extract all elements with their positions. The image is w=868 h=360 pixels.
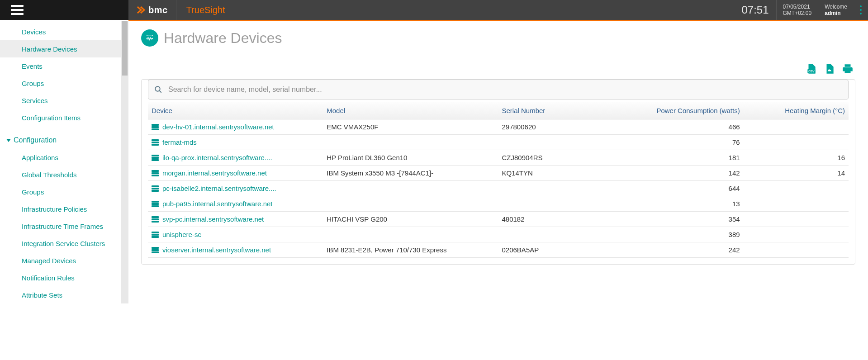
device-link[interactable]: pub-pa95.internal.sentrysoftware.net: [152, 200, 319, 208]
sidebar-item-notification-rules[interactable]: Notification Rules: [0, 269, 121, 286]
welcome-label: Welcome: [825, 4, 847, 10]
svg-line-4: [159, 90, 161, 93]
header-menu-button[interactable]: [854, 0, 868, 20]
scrollbar-thumb[interactable]: [122, 21, 128, 76]
cell-power: 466: [617, 119, 744, 135]
sidebar-scrollbar[interactable]: [121, 21, 128, 303]
svg-rect-25: [152, 221, 159, 223]
sidebar-item-groups[interactable]: Groups: [0, 75, 121, 92]
svg-rect-20: [152, 201, 159, 203]
cell-heat: [744, 212, 849, 227]
vertical-dots-icon: [860, 5, 862, 14]
svg-rect-12: [152, 157, 159, 159]
bmc-chevron-icon: [137, 5, 146, 14]
svg-rect-19: [152, 190, 159, 192]
sidebar-item-attribute-sets[interactable]: Attribute Sets: [0, 286, 121, 303]
print-icon[interactable]: [842, 63, 854, 75]
devices-table: Device Model Serial Number Power Consump…: [148, 102, 849, 258]
search-input[interactable]: [148, 80, 849, 99]
cell-serial: [498, 196, 617, 212]
cell-heat: [744, 242, 849, 258]
device-link[interactable]: pc-isabelle2.internal.sentrysoftware....: [152, 185, 319, 192]
caret-down-icon: [6, 139, 11, 142]
device-link[interactable]: unisphere-sc: [152, 231, 319, 238]
header-welcome[interactable]: Welcome admin: [818, 0, 854, 20]
col-model[interactable]: Model: [323, 102, 498, 119]
svg-rect-10: [152, 144, 159, 146]
product-name[interactable]: TrueSight: [176, 0, 235, 20]
device-link[interactable]: ilo-qa-prox.internal.sentrysoftware....: [152, 154, 319, 161]
svg-rect-13: [152, 159, 159, 161]
svg-rect-28: [152, 236, 159, 238]
cell-power: 389: [617, 227, 744, 242]
sidebar-item-services[interactable]: Services: [0, 92, 121, 109]
sidebar-item-managed-devices[interactable]: Managed Devices: [0, 252, 121, 269]
sidebar-item-devices[interactable]: Devices: [0, 23, 121, 40]
sidebar-item-configuration-items[interactable]: Configuration Items: [0, 109, 121, 126]
cell-power: 354: [617, 212, 744, 227]
sidebar-item-hardware-devices[interactable]: Hardware Devices: [0, 40, 121, 57]
svg-rect-6: [152, 126, 159, 128]
sidebar-item-events[interactable]: Events: [0, 57, 121, 75]
device-name: svp-pc.internal.sentrysoftware.net: [162, 215, 264, 223]
server-icon: [152, 232, 159, 238]
cell-heat: 14: [744, 166, 849, 181]
export-csv-icon[interactable]: CSV: [806, 63, 817, 75]
table-row: unisphere-sc389: [148, 227, 849, 242]
svg-rect-26: [152, 232, 159, 233]
device-link[interactable]: vioserver.internal.sentrysoftware.net: [152, 246, 319, 254]
export-toolbar: CSV: [141, 59, 855, 79]
cell-model: [323, 181, 498, 196]
cell-serial: [498, 227, 617, 242]
device-name: pub-pa95.internal.sentrysoftware.net: [162, 200, 272, 208]
cell-model: IBM System x3550 M3 -[7944AC1]-: [323, 166, 498, 181]
svg-rect-14: [152, 170, 159, 172]
cell-device: fermat-mds: [148, 135, 323, 150]
brand-logo[interactable]: bmc: [128, 0, 176, 20]
cell-serial: KQ14TYN: [498, 166, 617, 181]
server-icon: [152, 170, 159, 176]
cell-device: morgan.internal.sentrysoftware.net: [148, 166, 323, 181]
device-panel: Device Model Serial Number Power Consump…: [141, 79, 855, 265]
svg-rect-31: [152, 251, 159, 253]
cell-heat: [744, 181, 849, 196]
svg-rect-21: [152, 203, 159, 205]
cell-model: [323, 135, 498, 150]
svg-rect-11: [152, 155, 159, 156]
header-date: 07/05/2021: [783, 4, 812, 10]
page-title: Hardware Devices: [164, 30, 282, 47]
device-name: fermat-mds: [162, 138, 197, 146]
hardware-device-icon: [141, 29, 158, 47]
server-icon: [152, 201, 159, 207]
cell-serial: CZJ80904RS: [498, 150, 617, 166]
sidebar-item-integration-service-clusters[interactable]: Integration Service Clusters: [0, 235, 121, 252]
cell-device: ilo-qa-prox.internal.sentrysoftware....: [148, 150, 323, 166]
col-heat[interactable]: Heating Margin (°C): [744, 102, 849, 119]
device-name: dev-hv-01.internal.sentrysoftware.net: [162, 123, 274, 131]
sidebar-item-applications[interactable]: Applications: [0, 149, 121, 166]
device-name: morgan.internal.sentrysoftware.net: [162, 169, 267, 177]
server-icon: [152, 185, 159, 192]
col-device[interactable]: Device: [148, 102, 323, 119]
export-pdf-icon[interactable]: [824, 63, 835, 75]
cell-heat: 16: [744, 150, 849, 166]
sidebar-item-global-thresholds[interactable]: Global Thresholds: [0, 166, 121, 183]
sidebar-item-infrastructure-time-frames[interactable]: Infrastructure Time Frames: [0, 218, 121, 235]
hamburger-cell: [0, 0, 128, 20]
sidebar-section-configuration[interactable]: Configuration: [0, 132, 121, 149]
svg-rect-23: [152, 216, 159, 218]
sidebar-item-groups-2[interactable]: Groups: [0, 183, 121, 200]
device-link[interactable]: dev-hv-01.internal.sentrysoftware.net: [152, 123, 319, 131]
device-link[interactable]: fermat-mds: [152, 138, 319, 146]
table-row: pub-pa95.internal.sentrysoftware.net13: [148, 196, 849, 212]
col-serial[interactable]: Serial Number: [498, 102, 617, 119]
sidebar-item-infrastructure-policies[interactable]: Infrastructure Policies: [0, 200, 121, 218]
hamburger-icon[interactable]: [11, 5, 24, 15]
header-date-tz: 07/05/2021 GMT+02:00: [777, 0, 819, 20]
search-wrap: [148, 80, 849, 99]
device-link[interactable]: svp-pc.internal.sentrysoftware.net: [152, 215, 319, 223]
device-link[interactable]: morgan.internal.sentrysoftware.net: [152, 169, 319, 177]
cell-heat: [744, 135, 849, 150]
svg-rect-9: [152, 142, 159, 143]
col-power[interactable]: Power Consumption (watts): [617, 102, 744, 119]
